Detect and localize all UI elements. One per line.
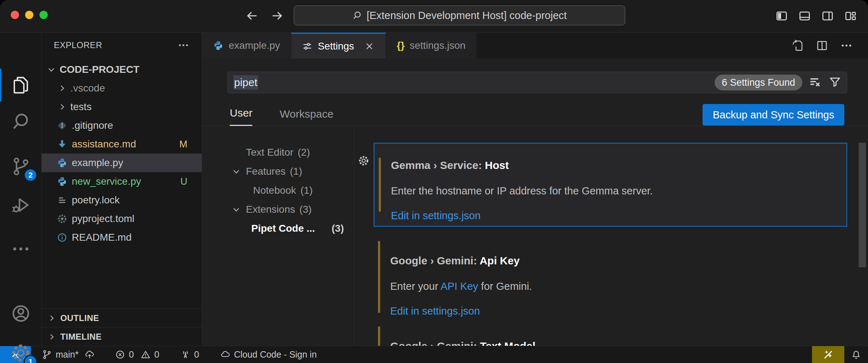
toggle-primary-sidebar-icon[interactable] (775, 9, 788, 23)
explorer-sidebar: EXPLORER CODE-PROJECT .vscode tests (42, 33, 202, 346)
problems-status-item[interactable]: 0 0 (109, 349, 165, 360)
source-control-badge: 2 (24, 168, 37, 182)
toc-pipet-code[interactable]: Pipet Code ... (3) (202, 219, 354, 238)
tree-item-vscode[interactable]: .vscode (42, 79, 202, 98)
warning-icon (140, 349, 151, 360)
list-lines-icon (57, 195, 67, 206)
close-window-button[interactable] (11, 11, 19, 19)
markdown-down-arrow-icon (57, 139, 67, 150)
tab-example-py[interactable]: example.py (202, 33, 291, 58)
tree-item-poetry-lock[interactable]: poetry.lock (42, 191, 202, 209)
settings-list: Gemma › Service: Host Enter the hostname… (354, 126, 868, 346)
status-bar: main* 0 0 0 Cloud Code - Sign in (0, 346, 868, 363)
vscode-window: [Extension Development Host] code-projec… (0, 0, 868, 363)
toggle-secondary-sidebar-icon[interactable] (821, 9, 834, 23)
explorer-icon[interactable] (10, 75, 31, 95)
active-view-indicator (0, 69, 1, 102)
setting-gear-icon[interactable] (358, 155, 369, 166)
settings-scope-tabs: User Workspace Backup and Sync Settings (202, 93, 868, 126)
git-status-badge: U (181, 176, 188, 187)
chevron-right-icon (47, 314, 56, 322)
cloud-code-status-item[interactable]: Cloud Code - Sign in (214, 349, 323, 360)
accounts-icon[interactable] (10, 303, 31, 324)
modified-indicator (378, 326, 380, 346)
clear-filters-icon[interactable] (808, 75, 822, 90)
explorer-more-actions-icon[interactable] (177, 39, 190, 51)
settings-sliders-icon (302, 41, 313, 52)
toggle-panel-icon[interactable] (798, 9, 811, 23)
tree-item-new-service-py[interactable]: new_service.py U (42, 172, 202, 191)
file-tree: CODE-PROJECT .vscode tests .gitignore as… (42, 60, 202, 247)
close-tab-icon[interactable] (364, 41, 375, 52)
error-icon (115, 349, 125, 360)
tree-item-gitignore[interactable]: .gitignore (42, 116, 202, 135)
filter-funnel-icon[interactable] (828, 75, 843, 90)
open-settings-json-icon[interactable] (791, 39, 804, 52)
git-file-icon (57, 120, 67, 131)
run-debug-icon[interactable] (10, 195, 31, 216)
ports-status-item[interactable]: 0 (174, 349, 205, 360)
python-icon (57, 157, 67, 168)
more-views-icon[interactable] (10, 239, 31, 259)
settings-found-badge: 6 Settings Found (715, 75, 802, 90)
api-key-link[interactable]: API Key (440, 280, 478, 292)
title-bar: [Extension Development Host] code-projec… (0, 0, 868, 32)
chevron-right-icon (57, 84, 67, 93)
minimize-window-button[interactable] (25, 11, 33, 19)
scope-tab-workspace[interactable]: Workspace (280, 108, 333, 126)
zoom-window-button[interactable] (39, 11, 48, 19)
setting-google-gemini-api-key[interactable]: Google › Gemini: Api Key Enter your API … (374, 239, 847, 315)
tree-item-tests[interactable]: tests (42, 98, 202, 116)
timeline-section-header[interactable]: TIMELINE (42, 327, 202, 346)
tab-settings-json[interactable]: {} settings.json (386, 33, 476, 58)
navigate-back-button[interactable] (244, 8, 260, 24)
notifications-bell-icon[interactable] (844, 346, 868, 363)
scope-tab-user[interactable]: User (230, 107, 252, 126)
git-status-badge: M (179, 139, 188, 150)
setting-google-gemini-text-model[interactable]: Google › Gemini: Text Model (374, 324, 847, 346)
navigate-forward-button[interactable] (269, 8, 285, 24)
search-value: pipet (233, 75, 258, 90)
edit-in-settings-json-link[interactable]: Edit in settings.json (391, 210, 846, 222)
publish-cloud-icon (84, 349, 95, 360)
tree-item-example-py[interactable]: example.py (42, 154, 202, 172)
toc-extensions[interactable]: Extensions (3) (202, 200, 354, 219)
tree-item-assistance-md[interactable]: assistance.md M (42, 135, 202, 154)
more-actions-icon[interactable] (840, 39, 853, 52)
tree-item-pyproject-toml[interactable]: pyproject.toml (42, 209, 202, 228)
command-center[interactable]: [Extension Development Host] code-projec… (294, 5, 625, 25)
json-braces-icon: {} (397, 40, 405, 51)
settings-scrollbar[interactable] (859, 143, 866, 267)
toc-text-editor[interactable]: Text Editor (2) (202, 143, 354, 162)
outline-section-header[interactable]: OUTLINE (42, 308, 202, 327)
toc-notebook[interactable]: Notebook (1) (202, 181, 354, 200)
setting-gemma-service-host[interactable]: Gemma › Service: Host Enter the hostname… (374, 143, 847, 227)
toc-features[interactable]: Features (1) (202, 162, 354, 181)
python-icon (213, 40, 224, 51)
modified-indicator (379, 158, 381, 212)
backup-sync-settings-button[interactable]: Backup and Sync Settings (703, 104, 844, 126)
branch-status-item[interactable]: main* (36, 349, 101, 360)
settings-body: Text Editor (2) Features (1) Notebook (1… (202, 126, 868, 346)
cloud-icon (220, 349, 230, 360)
tree-item-readme-md[interactable]: README.md (42, 228, 202, 247)
search-view-icon[interactable] (10, 111, 31, 132)
customize-layout-icon[interactable] (844, 9, 857, 23)
chevron-right-icon (57, 102, 67, 112)
chevron-down-icon (47, 65, 56, 74)
editor-group: example.py Settings {} settings.json (202, 33, 868, 346)
extension-highlight-status-item[interactable] (812, 346, 844, 363)
search-icon (352, 10, 362, 20)
activity-bar: 2 1 (0, 33, 42, 346)
chevron-right-icon (47, 333, 56, 341)
info-icon (57, 232, 67, 243)
git-branch-icon (42, 349, 52, 360)
edit-in-settings-json-link[interactable]: Edit in settings.json (390, 305, 847, 317)
settings-search-input[interactable]: pipet 6 Settings Found (227, 72, 847, 93)
split-editor-icon[interactable] (816, 39, 829, 52)
settings-editor: pipet 6 Settings Found User Workspace Ba… (202, 58, 868, 346)
tree-root-code-project[interactable]: CODE-PROJECT (42, 60, 202, 79)
tab-settings[interactable]: Settings (291, 33, 386, 58)
window-controls (11, 11, 48, 19)
settings-toc: Text Editor (2) Features (1) Notebook (1… (202, 126, 354, 346)
